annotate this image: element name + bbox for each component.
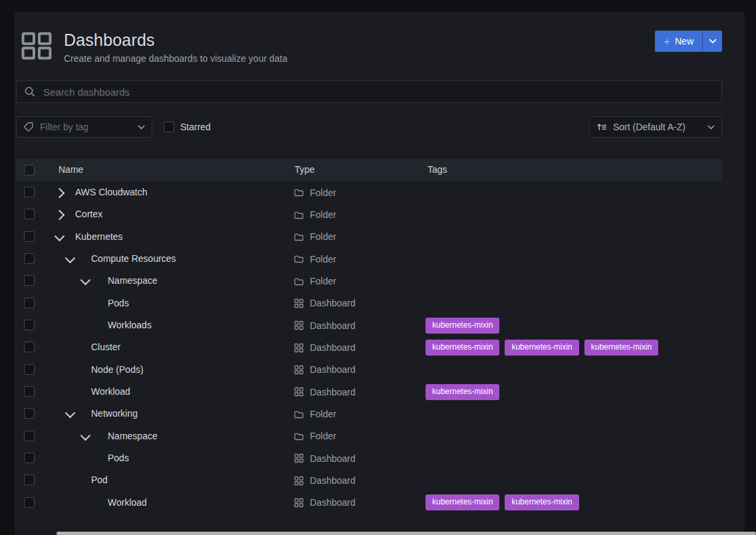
plus-icon: + [664,36,670,47]
type-cell: Folder [294,181,336,203]
sort-icon [596,122,607,132]
chevron-down-icon[interactable] [55,231,65,241]
type-cell: Dashboard [294,381,356,403]
row-checkbox[interactable] [24,298,35,308]
chevron-right-icon[interactable] [55,210,65,221]
dashboards-tree: AWS CloudwatchFolderCortexFolderKubernet… [16,181,722,514]
select-all-checkbox[interactable] [24,165,35,175]
tag-filter-value: Filter by tag [40,122,132,132]
folder-name-link[interactable]: Compute Resources [91,253,176,264]
search-icon [24,86,36,98]
tag-badge[interactable]: kubernetes-mixin [505,494,578,510]
chevron-down-icon[interactable] [65,253,76,264]
type-label: Dashboard [310,475,356,486]
type-cell: Dashboard [294,447,356,469]
dashboard-name-link[interactable]: Pods [108,298,129,308]
folder-name-link[interactable]: Namespace [108,275,158,286]
page-titles: Dashboards Create and manage dashboards … [64,31,655,64]
tags-cell: kubernetes-mixinkubernetes-mixin [426,492,579,514]
new-button-group: + New [655,31,722,52]
tags-cell: kubernetes-mixin [426,314,499,336]
chevron-down-icon[interactable] [80,275,91,286]
type-cell: Folder [294,270,336,292]
folder-name-link[interactable]: AWS Cloudwatch [75,187,147,197]
table-row: WorkloadsDashboardkubernetes-mixin [16,314,722,336]
folder-icon [294,410,304,419]
type-label: Dashboard [310,497,356,508]
type-cell: Folder [294,203,336,225]
row-checkbox[interactable] [24,497,35,508]
type-label: Folder [310,276,336,286]
table-row: Compute ResourcesFolder [16,248,722,270]
folder-icon [294,277,304,286]
row-checkbox[interactable] [24,320,35,330]
type-cell: Folder [294,425,336,447]
row-checkbox[interactable] [24,364,35,375]
row-checkbox[interactable] [24,253,35,264]
dashboard-name-link[interactable]: Pods [108,453,129,463]
tag-badge[interactable]: kubernetes-mixin [426,494,499,510]
folder-name-link[interactable]: Namespace [108,431,158,441]
row-checkbox[interactable] [24,275,35,286]
starred-checkbox[interactable] [164,122,174,132]
table-row: Node (Pods)Dashboard [16,359,722,381]
row-checkbox[interactable] [24,408,35,419]
chevron-down-icon[interactable] [80,431,91,441]
table-row: AWS CloudwatchFolder [16,181,722,203]
tags-cell: kubernetes-mixin [426,381,499,403]
tag-badge[interactable]: kubernetes-mixin [584,340,658,356]
dashboards-page-panel: Dashboards Create and manage dashboards … [15,12,745,535]
type-label: Dashboard [310,342,356,353]
dashboard-name-link[interactable]: Pod [91,475,108,485]
chevron-down-icon[interactable] [65,408,76,419]
table-row: CortexFolder [16,203,722,225]
type-label: Folder [310,254,336,265]
tag-badge[interactable]: kubernetes-mixin [426,340,499,356]
row-checkbox[interactable] [24,187,35,197]
type-label: Dashboard [310,387,356,397]
tag-badge[interactable]: kubernetes-mixin [426,318,499,334]
search-bar [16,80,722,103]
row-checkbox[interactable] [24,342,35,352]
folder-name-link[interactable]: Cortex [75,209,102,219]
row-checkbox[interactable] [24,453,35,463]
row-checkbox[interactable] [24,231,35,242]
dashboard-name-link[interactable]: Cluster [91,342,120,352]
folder-icon [294,233,304,241]
sort-select[interactable]: Sort (Default A-Z) [589,116,722,138]
chevron-down-icon [709,39,717,44]
page-content: Dashboards Create and manage dashboards … [16,12,722,514]
search-input[interactable] [42,86,714,98]
folder-name-link[interactable]: Kubernetes [75,231,123,242]
tag-filter-select[interactable]: Filter by tag [16,116,152,138]
row-checkbox[interactable] [24,475,35,485]
column-header-tags: Tags [428,164,447,175]
dashboard-icon [294,320,304,330]
horizontal-scrollbar[interactable] [57,532,756,535]
dashboard-name-link[interactable]: Node (Pods) [91,364,144,375]
new-dropdown-button[interactable] [702,31,722,52]
table-row: ClusterDashboardkubernetes-mixinkubernet… [16,336,722,358]
filter-toolbar: Filter by tag Starred Sort (Default A-Z) [16,116,722,138]
folder-name-link[interactable]: Networking [91,408,138,419]
table-row: KubernetesFolder [16,226,722,248]
type-cell: Dashboard [294,359,356,381]
row-checkbox[interactable] [24,431,35,441]
dashboard-name-link[interactable]: Workload [108,497,147,508]
new-button[interactable]: + New [655,31,702,52]
table-row: PodDashboard [16,469,722,491]
tag-badge[interactable]: kubernetes-mixin [426,384,499,400]
row-checkbox[interactable] [24,386,35,397]
dashboard-icon [294,498,304,508]
row-checkbox[interactable] [24,209,35,219]
tag-badge[interactable]: kubernetes-mixin [505,340,578,356]
page-subtitle: Create and manage dashboards to visualiz… [64,53,655,64]
dashboard-name-link[interactable]: Workloads [108,320,152,330]
type-cell: Dashboard [294,492,356,514]
chevron-down-icon [138,125,145,130]
type-label: Dashboard [310,364,356,375]
dashboard-icon [294,365,304,375]
chevron-right-icon[interactable] [55,188,65,199]
dashboard-name-link[interactable]: Workload [91,386,130,397]
folder-icon [294,255,304,263]
